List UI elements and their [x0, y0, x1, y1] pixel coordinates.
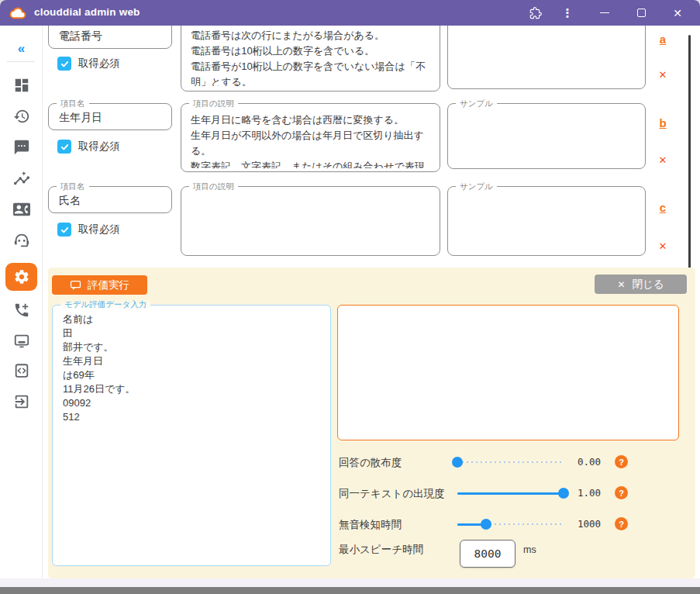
required-label: 取得必須	[78, 223, 120, 237]
help-icon[interactable]: ?	[615, 486, 628, 499]
dashboard-icon	[13, 77, 30, 94]
close-icon: ✕	[617, 279, 625, 290]
field-description-text: 生年月日に略号を含む場合は西暦に変換する。 生年月日が不明以外の場合は年月日で区…	[191, 112, 432, 168]
field-definition-list: 電話番号 取得必須 電話番号は次の行にまたがる場合がある。 電話番号は10桁以上…	[43, 26, 700, 268]
sidebar-item-contacts[interactable]	[0, 196, 43, 223]
model-input-legend: モデル評価データ入力	[60, 299, 150, 310]
support-agent-icon	[13, 232, 30, 249]
slider-thumb[interactable]	[481, 519, 491, 530]
slider-track	[457, 461, 564, 463]
settings-gear-icon	[13, 268, 30, 285]
sidebar-item-history[interactable]	[0, 103, 43, 130]
developer-mode-icon	[13, 362, 30, 379]
taskbar-edge	[0, 587, 700, 594]
sidebar: «	[0, 26, 43, 578]
model-evaluation-input[interactable]: モデル評価データ入力 名前は 田 部井です。 生年月日 は69年 11月26日で…	[52, 305, 331, 566]
sidebar-item-chat[interactable]	[0, 134, 43, 161]
dispersion-slider[interactable]	[457, 457, 564, 468]
field-name-value: 氏名	[59, 194, 81, 208]
row-link-a[interactable]: a	[654, 33, 671, 46]
field-name-legend: 項目名	[57, 181, 89, 192]
row-link-b[interactable]: b	[654, 116, 671, 130]
field-sample-input[interactable]: サンプル	[447, 103, 646, 169]
logout-icon	[13, 393, 30, 410]
field-description-legend: 項目の説明	[189, 98, 238, 109]
delete-row-icon[interactable]: ✕	[654, 69, 671, 81]
minimize-button[interactable]	[591, 0, 618, 26]
add-call-icon	[13, 302, 30, 319]
field-name-legend: 項目名	[57, 98, 89, 109]
help-icon[interactable]: ?	[615, 517, 628, 530]
slider-label-same-text: 同一テキストの出現度	[339, 487, 445, 501]
chat-icon	[13, 139, 30, 156]
run-evaluation-button[interactable]: 評価実行	[52, 275, 147, 295]
field-description-text: 電話番号は次の行にまたがる場合がある。 電話番号は10桁以上の数字を含でいる。 …	[191, 28, 432, 86]
model-input-text: 名前は 田 部井です。 生年月日 は69年 11月26日です。 09092 51…	[63, 313, 324, 561]
sidebar-item-settings-active[interactable]	[0, 262, 43, 292]
slider-value: 1000	[578, 518, 601, 530]
run-evaluation-label: 評価実行	[88, 278, 129, 292]
delete-row-icon[interactable]: ✕	[654, 154, 671, 166]
slider-thumb[interactable]	[558, 488, 569, 499]
sidebar-item-analytics[interactable]	[0, 166, 43, 192]
maximize-button[interactable]	[628, 0, 654, 26]
close-window-button[interactable]: ✕	[664, 0, 691, 26]
slider-value: 1.00	[578, 487, 601, 499]
field-name-value: 電話番号	[59, 29, 102, 43]
field-sample-input[interactable]	[447, 26, 646, 89]
sidebar-item-logout[interactable]	[0, 389, 43, 415]
field-name-input[interactable]: 項目名 生年月日	[48, 103, 172, 130]
extension-icon[interactable]	[522, 0, 549, 26]
insights-icon	[13, 171, 30, 188]
sidebar-item-support[interactable]	[0, 227, 43, 254]
field-description-legend: 項目の説明	[189, 181, 238, 192]
minimize-icon	[600, 12, 609, 14]
vertical-scrollbar-thumb[interactable]	[688, 35, 691, 279]
field-description-input[interactable]: 項目の説明	[181, 186, 440, 256]
menu-kebab-icon[interactable]: ⋮	[554, 0, 581, 26]
evaluation-output-box	[337, 305, 679, 440]
sidebar-item-dashboard[interactable]	[0, 72, 43, 98]
history-icon	[13, 108, 30, 125]
required-checkbox[interactable]	[57, 57, 71, 71]
field-name-input[interactable]: 項目名 氏名	[48, 186, 172, 213]
monitor-icon	[70, 279, 81, 291]
slider-label-dispersion: 回答の散布度	[339, 456, 402, 470]
row-link-c[interactable]: c	[654, 201, 671, 214]
required-label: 取得必須	[78, 140, 120, 154]
sidebar-collapse-button[interactable]: «	[0, 36, 43, 62]
slider-value: 0.00	[578, 456, 601, 468]
min-speech-input[interactable]	[460, 540, 516, 568]
silence-detection-slider[interactable]	[457, 519, 564, 530]
delete-row-icon[interactable]: ✕	[654, 240, 671, 252]
maximize-icon	[637, 9, 646, 17]
close-panel-button[interactable]: ✕ 閉じる	[595, 275, 687, 294]
app-window: clouddial admin web ⋮ ✕ «	[0, 0, 700, 594]
field-name-value: 生年月日	[59, 111, 102, 125]
clouddial-logo-icon	[9, 5, 26, 22]
same-text-slider[interactable]	[457, 488, 564, 499]
contact-phone-icon	[13, 201, 30, 218]
sidebar-item-add-call[interactable]	[0, 297, 43, 323]
title-bar: clouddial admin web ⋮ ✕	[0, 0, 700, 26]
field-sample-legend: サンプル	[456, 98, 497, 109]
window-title: clouddial admin web	[34, 6, 140, 18]
help-icon[interactable]: ?	[615, 455, 628, 468]
evaluation-panel: 評価実行 ✕ 閉じる モデル評価データ入力 名前は 田 部井です。 生年月日 は…	[48, 268, 695, 578]
required-checkbox[interactable]	[57, 140, 71, 154]
required-checkbox[interactable]	[57, 223, 71, 237]
sidebar-item-display[interactable]	[0, 328, 43, 354]
field-description-text	[191, 195, 432, 252]
display-icon	[13, 333, 30, 350]
main-content: 電話番号 取得必須 電話番号は次の行にまたがる場合がある。 電話番号は10桁以上…	[43, 26, 700, 578]
required-label: 取得必須	[78, 57, 120, 71]
field-description-input[interactable]: 項目の説明 生年月日に略号を含む場合は西暦に変換する。 生年月日が不明以外の場合…	[181, 103, 440, 172]
sidebar-item-developer[interactable]	[0, 357, 43, 384]
field-name-input[interactable]: 電話番号	[48, 26, 172, 49]
close-panel-label: 閉じる	[632, 278, 664, 292]
slider-label-silence: 無音検知時間	[339, 518, 402, 532]
slider-thumb[interactable]	[452, 457, 463, 468]
window-bottom-strip	[0, 578, 700, 587]
field-description-input[interactable]: 電話番号は次の行にまたがる場合がある。 電話番号は10桁以上の数字を含でいる。 …	[181, 26, 440, 92]
field-sample-input[interactable]: サンプル	[447, 186, 646, 256]
